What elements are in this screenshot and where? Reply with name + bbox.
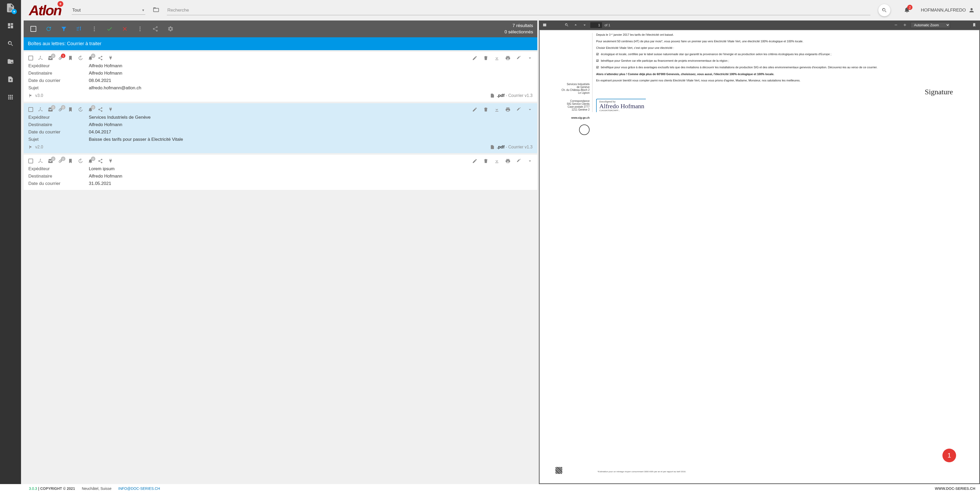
alert-icon[interactable]: 0 — [88, 107, 93, 112]
share-icon[interactable] — [98, 158, 103, 164]
zoom-select[interactable]: Automatic Zoom — [911, 22, 950, 28]
more-options-1[interactable] — [89, 23, 100, 34]
tree-icon[interactable] — [38, 158, 43, 164]
category-dropdown[interactable]: Tout ▼ — [72, 6, 145, 15]
share-button[interactable] — [150, 23, 161, 34]
document-page: Services Industriels de Genève Ch. du Ch… — [539, 30, 980, 483]
delete-button[interactable] — [483, 107, 488, 112]
download-button[interactable] — [494, 56, 500, 60]
folder-open-button[interactable] — [153, 6, 159, 14]
expand-button[interactable] — [527, 56, 533, 60]
more-options-2[interactable] — [135, 23, 146, 34]
card-checkbox[interactable] — [29, 107, 33, 112]
plugin-icon[interactable] — [108, 158, 113, 164]
settings-button[interactable] — [165, 23, 176, 34]
version-tag: v3.0 — [29, 93, 43, 98]
print-button[interactable] — [505, 158, 511, 164]
sort-button[interactable]: AZ — [73, 23, 84, 34]
add-file-button[interactable] — [5, 74, 16, 84]
expand-button[interactable] — [527, 107, 533, 112]
card-checkbox[interactable] — [29, 56, 33, 60]
delete-button[interactable] — [483, 56, 488, 60]
approve-button[interactable] — [104, 23, 115, 34]
prev-page-button[interactable] — [573, 23, 579, 27]
annotation-marker[interactable]: 1 — [942, 448, 956, 462]
notification-badge: 2 — [907, 5, 913, 10]
file-type: .pdf - Courrier v1.3 — [490, 93, 533, 98]
footer-email[interactable]: INFO@DOC-SERIES.CH — [118, 487, 160, 491]
sign-button[interactable] — [516, 107, 522, 112]
doc-text: Alors n'attendez plus ! Comme déjà plus … — [596, 72, 969, 76]
sign-button[interactable] — [516, 158, 522, 164]
zoom-in-button[interactable] — [902, 23, 908, 27]
alert-icon[interactable]: 0 — [88, 158, 93, 164]
user-name: HOFMANN,ALFREDO — [921, 8, 966, 13]
qr-code-icon — [555, 467, 562, 474]
attachment-icon[interactable]: 0 — [58, 158, 63, 164]
plugin-icon[interactable] — [108, 56, 113, 60]
attachment-icon[interactable]: 0 — [58, 107, 63, 112]
bookmark-icon[interactable] — [68, 158, 73, 164]
field-value: Alfredo Hofmann — [89, 173, 123, 179]
select-all-checkbox[interactable] — [28, 23, 39, 34]
inbox-icon[interactable]: 0 — [48, 107, 53, 112]
stamp-icon — [579, 124, 590, 135]
search-input[interactable] — [167, 5, 870, 15]
new-document-button[interactable]: + — [5, 3, 16, 13]
share-icon[interactable] — [98, 56, 103, 60]
document-card[interactable]: 010ExpéditeurAlfredo HofmannDestinataire… — [24, 52, 537, 102]
app-version: 3.0.3 — [29, 487, 37, 491]
search-in-doc-button[interactable] — [563, 23, 570, 27]
footer-site[interactable]: WWW.DOC-SERIES.CH — [935, 487, 975, 491]
svg-point-0 — [11, 62, 12, 63]
inbox-icon[interactable]: 0 — [48, 158, 53, 164]
checkmark-icon: ☑ — [596, 59, 599, 62]
expand-button[interactable] — [527, 158, 533, 164]
doc-sender-block1: Services Industriels de Genève Ch. du Ch… — [547, 83, 590, 94]
document-card[interactable]: 000ExpéditeurServices Industriels de Gen… — [24, 103, 537, 153]
search-button[interactable] — [878, 4, 890, 16]
history-icon[interactable] — [78, 158, 83, 164]
doc-text: Choisir Electricité Vitale Vert, c'est o… — [596, 46, 969, 50]
print-button[interactable] — [505, 107, 511, 112]
tree-icon[interactable] — [38, 107, 43, 112]
edit-button[interactable] — [472, 107, 477, 112]
reject-button[interactable] — [119, 23, 130, 34]
document-card[interactable]: 000ExpéditeurLorem ipsumDestinataireAlfr… — [24, 155, 537, 190]
svg-point-13 — [40, 107, 41, 108]
checkmark-icon: ☑ — [596, 66, 599, 69]
refresh-button[interactable] — [43, 23, 54, 34]
attachment-icon[interactable]: 1 — [58, 56, 63, 60]
edit-button[interactable] — [472, 158, 477, 164]
bookmark-button[interactable] — [971, 23, 977, 27]
download-button[interactable] — [494, 107, 500, 112]
dashboard-button[interactable] — [5, 21, 16, 31]
page-input[interactable] — [590, 22, 602, 28]
alert-icon[interactable]: 0 — [88, 56, 93, 60]
print-button[interactable] — [505, 56, 511, 60]
sidebar-toggle-button[interactable] — [541, 23, 548, 27]
plugin-icon[interactable] — [108, 107, 113, 112]
user-menu[interactable]: HOFMANN,ALFREDO — [921, 7, 975, 13]
share-icon[interactable] — [98, 107, 103, 112]
inbox-icon[interactable]: 0 — [48, 56, 53, 60]
grid-button[interactable] — [5, 92, 16, 102]
sign-button[interactable] — [516, 56, 522, 60]
svg-point-15 — [41, 110, 42, 111]
document-list[interactable]: 010ExpéditeurAlfredo HofmannDestinataire… — [24, 50, 537, 484]
filter-button[interactable] — [58, 23, 69, 34]
folder-search-button[interactable] — [5, 56, 16, 67]
search-zoom-button[interactable] — [5, 38, 16, 49]
tree-icon[interactable] — [38, 56, 43, 60]
history-icon[interactable] — [78, 107, 83, 112]
bookmark-icon[interactable] — [68, 107, 73, 112]
zoom-out-button[interactable] — [893, 23, 899, 27]
delete-button[interactable] — [483, 158, 488, 164]
card-checkbox[interactable] — [29, 159, 33, 163]
bookmark-icon[interactable] — [68, 56, 73, 60]
edit-button[interactable] — [472, 56, 477, 60]
next-page-button[interactable] — [581, 23, 588, 27]
download-button[interactable] — [494, 158, 500, 164]
history-icon[interactable] — [78, 56, 83, 60]
notifications-button[interactable]: 2 — [904, 6, 910, 14]
